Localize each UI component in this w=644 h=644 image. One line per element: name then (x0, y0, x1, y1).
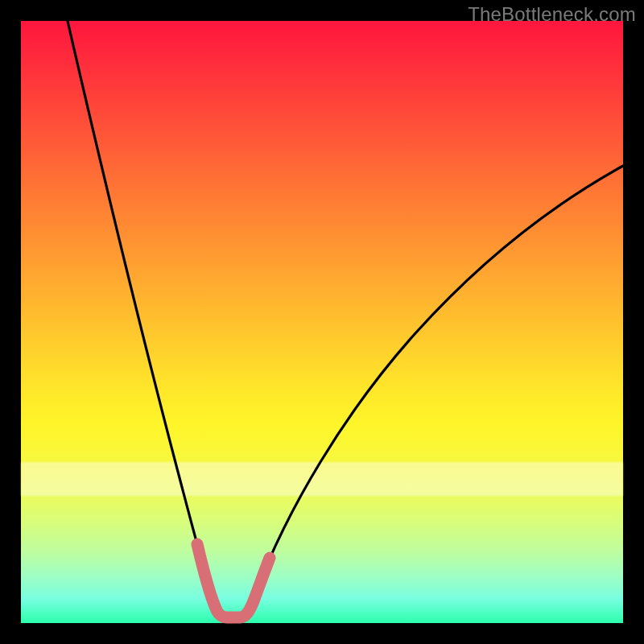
curve-path (62, 0, 623, 616)
watermark-text: TheBottleneck.com (468, 3, 636, 26)
bottleneck-curve (21, 21, 623, 623)
plot-area (21, 21, 623, 623)
highlight-path (197, 544, 270, 617)
